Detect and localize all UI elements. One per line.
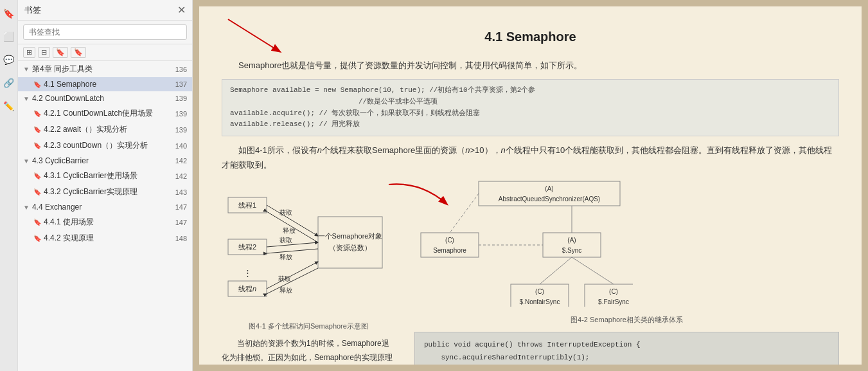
edit-icon[interactable]: ✏️ xyxy=(2,99,16,113)
page-title: 4.1 Semaphore xyxy=(222,26,839,48)
svg-text:(C): (C) xyxy=(445,237,454,244)
svg-text:$.FairSync: $.FairSync xyxy=(598,298,629,305)
tree-item-2[interactable]: ▼4.2 CountDownLatch139 xyxy=(18,91,192,105)
tree-item-8[interactable]: 🔖4.3.2 CyclicBarrier实现原理143 xyxy=(18,184,192,200)
tree-item-page: 147 xyxy=(175,203,187,211)
intro-text: Semaphore也就是信号量，提供了资源数量的并发访问控制，其使用代码很简单，… xyxy=(222,58,839,73)
book-icon: 🔖 xyxy=(33,188,41,195)
tree-item-0[interactable]: ▼第4章 同步工具类136 xyxy=(18,61,192,77)
mini-toolbar: ⊞ ⊟ 🔖 🔖 xyxy=(18,44,192,61)
tree-item-3[interactable]: 🔖4.2.1 CountDownLatch使用场景139 xyxy=(18,105,192,122)
tree-item-label: 4.2.3 countDown（）实现分析 xyxy=(44,140,187,151)
svg-text:AbstractQueuedSynchronizer(AQS: AbstractQueuedSynchronizer(AQS) xyxy=(499,195,600,203)
book-icon: 🔖 xyxy=(33,142,41,149)
para1-text: 如图4-1所示，假设有n个线程来获取Semaphore里面的资源（n>10），n… xyxy=(222,143,839,173)
svg-rect-4 xyxy=(318,217,382,268)
fig1-caption: 图4-1 多个线程访问Semaphore示意图 xyxy=(222,320,395,332)
search-input[interactable] xyxy=(23,24,187,40)
tree-item-label: 第4章 同步工具类 xyxy=(32,64,187,75)
arrow-icon: ▼ xyxy=(23,204,30,211)
flow-diagram-svg: 一个Semaphore对象 （资源总数） 线程1 线程2 ⋮ 线程n xyxy=(222,178,389,313)
svg-text:释放: 释放 xyxy=(283,227,296,234)
tree-item-label: 4.3 CyclicBarrier xyxy=(32,156,187,165)
code-block-2: public void acquire() throws Interrupted… xyxy=(414,332,839,365)
code-block-1: Semaphore available = new Semaphore(10, … xyxy=(222,79,839,136)
svg-text:(C): (C) xyxy=(609,288,618,295)
tree-item-label: 4.2 CountDownLatch xyxy=(32,94,187,103)
right-panel: (A) AbstractQueuedSynchronizer(AQS) (C) … xyxy=(414,178,839,365)
arrow-icon: ▼ xyxy=(23,158,30,165)
tree-item-5[interactable]: 🔖4.2.3 countDown（）实现分析140 xyxy=(18,138,192,154)
book-icon: 🔖 xyxy=(33,81,41,88)
tree-item-label: 4.2.1 CountDownLatch使用场景 xyxy=(44,108,187,119)
tree-item-label: 4.1 Semaphore xyxy=(44,80,187,89)
tree-item-page: 136 xyxy=(175,66,187,73)
collapse-all-button[interactable]: ⊟ xyxy=(38,47,50,58)
svg-text:获取: 获取 xyxy=(278,275,291,282)
tree-item-label: 4.2.2 await（）实现分析 xyxy=(44,124,187,135)
book-icon: 🔖 xyxy=(33,110,41,117)
svg-text:（资源总数）: （资源总数） xyxy=(329,244,371,251)
bookmark-tree: ▼第4章 同步工具类136🔖4.1 Semaphore137▼4.2 Count… xyxy=(18,61,192,371)
tree-item-page: 142 xyxy=(175,172,187,180)
svg-line-24 xyxy=(267,268,318,294)
tree-item-label: 4.4.1 使用场景 xyxy=(44,217,187,228)
arrow-icon: ▼ xyxy=(23,66,30,73)
svg-text:释放: 释放 xyxy=(279,287,292,294)
fig2-caption: 图4-2 Semaphore相关类的继承体系 xyxy=(414,314,839,326)
tree-item-label: 4.3.1 CyclicBarrier使用场景 xyxy=(44,170,187,181)
svg-text:(C): (C) xyxy=(535,288,544,295)
svg-line-22 xyxy=(267,262,318,289)
svg-text:线程2: 线程2 xyxy=(238,243,256,251)
svg-line-44 xyxy=(540,257,572,284)
bookmark-manage-button[interactable]: 🔖 xyxy=(71,47,86,58)
svg-line-18 xyxy=(267,242,318,247)
search-bar xyxy=(18,21,192,44)
tree-item-7[interactable]: 🔖4.3.1 CyclicBarrier使用场景142 xyxy=(18,168,192,184)
tree-item-1[interactable]: 🔖4.1 Semaphore137 xyxy=(18,77,192,91)
svg-text:(A): (A) xyxy=(567,237,576,244)
page-icon[interactable]: ⬜ xyxy=(2,30,16,44)
comment-icon[interactable]: 💬 xyxy=(2,53,16,67)
svg-text:获取: 获取 xyxy=(279,209,292,216)
svg-text:$.NonfairSync: $.NonfairSync xyxy=(520,298,560,305)
svg-text:一个Semaphore对象: 一个Semaphore对象 xyxy=(318,232,383,240)
tree-item-page: 143 xyxy=(175,188,187,196)
bookmark-add-button[interactable]: 🔖 xyxy=(53,47,68,58)
link-icon[interactable]: 🔗 xyxy=(2,76,16,90)
book-page: 4.1 Semaphore Semaphore也就是信号量，提供了资源数量的并发… xyxy=(199,6,862,365)
book-icon: 🔖 xyxy=(33,172,41,179)
tree-item-page: 147 xyxy=(175,219,187,226)
svg-text:线程n: 线程n xyxy=(238,285,256,293)
book-icon: 🔖 xyxy=(33,219,41,226)
svg-line-45 xyxy=(572,257,614,284)
sidebar-close-button[interactable]: ✕ xyxy=(177,4,186,16)
para2-text: 当初始的资源个数为1的时候，Semaphore退化为排他锁。正因为如此，Sema… xyxy=(222,337,395,365)
tree-item-page: 140 xyxy=(175,142,187,150)
red-arrow-2 xyxy=(382,178,459,210)
tree-item-10[interactable]: 🔖4.4.1 使用场景147 xyxy=(18,214,192,230)
tree-item-page: 139 xyxy=(175,126,187,134)
svg-text:$.Sync: $.Sync xyxy=(562,247,582,254)
sidebar-main: 书签 ✕ ⊞ ⊟ 🔖 🔖 ▼第4章 同步工具类136🔖4.1 Semaphore… xyxy=(18,0,192,371)
tree-item-4[interactable]: 🔖4.2.2 await（）实现分析139 xyxy=(18,122,192,138)
expand-all-button[interactable]: ⊞ xyxy=(23,47,35,58)
tree-item-9[interactable]: ▼4.4 Exchanger147 xyxy=(18,200,192,214)
tree-item-6[interactable]: ▼4.3 CyclicBarrier142 xyxy=(18,154,192,168)
svg-text:释放: 释放 xyxy=(279,253,292,260)
arrow-icon: ▼ xyxy=(23,95,30,102)
sidebar: 🔖 ⬜ 💬 🔗 ✏️ 书签 ✕ ⊞ ⊟ 🔖 🔖 ▼第4章 同步工具类136🔖 xyxy=(0,0,193,371)
svg-text:Semaphore: Semaphore xyxy=(433,247,466,254)
svg-text:获取: 获取 xyxy=(279,237,292,244)
svg-text:(A): (A) xyxy=(545,185,553,192)
svg-text:线程1: 线程1 xyxy=(238,201,256,209)
tree-item-label: 4.4 Exchanger xyxy=(32,203,187,212)
svg-text:⋮: ⋮ xyxy=(244,268,252,278)
book-icon: 🔖 xyxy=(33,126,41,133)
tree-item-11[interactable]: 🔖4.4.2 实现原理148 xyxy=(18,230,192,246)
tree-item-page: 139 xyxy=(175,95,187,102)
bookmark-icon[interactable]: 🔖 xyxy=(2,6,16,21)
svg-line-20 xyxy=(267,249,318,253)
tree-item-label: 4.4.2 实现原理 xyxy=(44,233,187,244)
sidebar-header: 书签 ✕ xyxy=(18,0,192,21)
